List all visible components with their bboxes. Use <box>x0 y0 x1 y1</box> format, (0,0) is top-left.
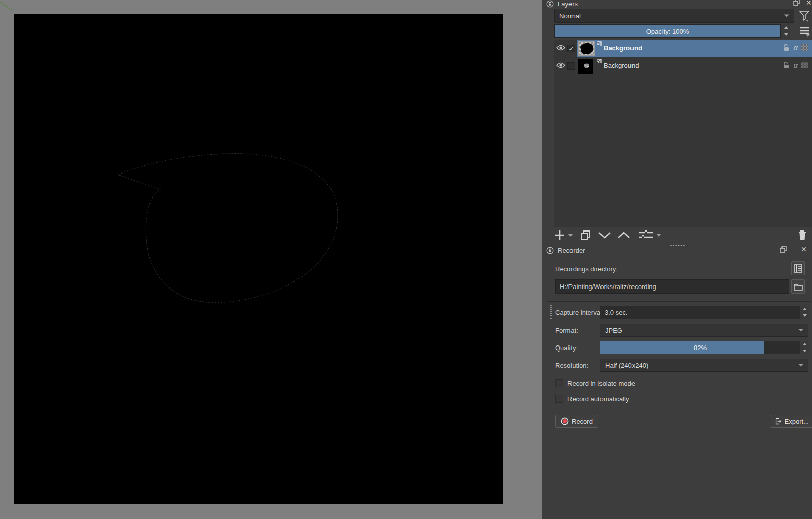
capture-interval-drag-handle[interactable] <box>550 305 552 319</box>
chevron-up-icon <box>617 231 630 239</box>
folder-icon <box>794 283 803 291</box>
quality-slider[interactable]: 82% <box>600 341 800 354</box>
record-button-label: Record <box>572 418 593 425</box>
capture-interval-label: Capture interval: <box>555 309 604 316</box>
lock-open-icon[interactable] <box>783 61 790 69</box>
record-isolate-checkbox-row[interactable]: Record in isolate mode <box>555 379 635 387</box>
recordings-directory-value: H:/Painting/Works/raitz/recording <box>560 283 656 291</box>
layer-list: ✓ Background α <box>554 40 812 227</box>
funnel-icon <box>799 10 810 22</box>
layer-options-button[interactable] <box>798 25 811 38</box>
docker-lock-icon <box>546 247 554 254</box>
chevron-down-icon <box>598 231 611 239</box>
krita-window: { "layers": { "title": "Layers", "blend_… <box>0 0 812 519</box>
browse-folder-button[interactable] <box>791 279 805 294</box>
record-icon <box>561 417 569 425</box>
quality-label: Quality: <box>555 344 578 352</box>
duplicate-icon <box>580 229 591 241</box>
visibility-eye-icon[interactable] <box>556 62 565 69</box>
layer-properties-button[interactable] <box>639 230 654 240</box>
recorder-docker-title: Recorder <box>558 247 585 254</box>
layer-name[interactable]: Background <box>604 44 642 52</box>
record-automatically-label: Record automatically <box>567 395 629 403</box>
layer-thumbnail[interactable] <box>578 59 593 74</box>
quality-spinner[interactable] <box>800 341 809 354</box>
format-dropdown[interactable]: JPEG <box>600 324 808 337</box>
layers-docker-title: Layers <box>558 0 578 8</box>
layer-row-background-1[interactable]: ✓ Background α <box>554 40 812 57</box>
alpha-icon[interactable]: α <box>793 44 798 51</box>
properties-sliders-icon <box>639 230 654 240</box>
blend-mode-dropdown[interactable]: Normal <box>554 9 794 23</box>
resolution-label: Resolution: <box>555 362 588 369</box>
capture-interval-value: 3.0 sec. <box>605 309 628 316</box>
opacity-slider-label: Opacity: 100% <box>555 25 780 37</box>
layers-toolbar <box>554 227 812 243</box>
blend-mode-value: Normal <box>559 12 581 20</box>
lock-open-icon[interactable] <box>783 44 790 51</box>
spin-down-icon[interactable] <box>781 31 790 38</box>
spin-up-icon[interactable] <box>781 24 790 31</box>
recorder-float-icon[interactable] <box>780 246 787 253</box>
layer-style-badge-icon <box>596 58 602 64</box>
layer-style-badge-icon <box>596 41 602 47</box>
divider <box>547 301 811 302</box>
layers-docker-header: Layers <box>546 0 578 7</box>
layer-filter-button[interactable] <box>798 9 811 22</box>
add-layer-menu-arrow[interactable] <box>568 234 573 237</box>
visibility-eye-icon[interactable] <box>556 44 565 51</box>
chevron-down-icon <box>798 364 803 367</box>
docker-panel: Layers ✕ Normal Opacity: 100% <box>542 0 812 519</box>
plus-icon <box>554 229 565 241</box>
recordings-directory-input[interactable]: H:/Painting/Works/raitz/recording <box>555 279 789 294</box>
canvas-document[interactable] <box>14 14 503 504</box>
canvas-area[interactable] <box>0 0 542 519</box>
spin-up-icon[interactable] <box>800 306 809 312</box>
hamburger-icon <box>799 27 809 34</box>
record-button[interactable]: Record <box>555 415 598 428</box>
record-list-icon <box>794 264 802 273</box>
move-layer-up-button[interactable] <box>617 231 630 239</box>
record-automatically-checkbox-row[interactable]: Record automatically <box>555 395 629 403</box>
layers-float-icon[interactable] <box>793 0 800 6</box>
export-icon <box>775 417 782 425</box>
recordings-directory-label: Recordings directory: <box>555 265 618 273</box>
chevron-down-icon <box>798 329 803 332</box>
resolution-dropdown[interactable]: Half (240x240) <box>600 359 808 372</box>
export-button-label: Export... <box>785 418 809 425</box>
add-layer-button[interactable] <box>554 229 565 241</box>
checkbox-unchecked[interactable] <box>555 379 563 387</box>
properties-menu-arrow[interactable] <box>657 234 661 237</box>
capture-interval-spinbox[interactable]: 3.0 sec. <box>600 306 800 319</box>
record-isolate-label: Record in isolate mode <box>567 380 635 387</box>
spin-down-icon[interactable] <box>800 348 809 354</box>
opacity-spinner[interactable] <box>781 24 790 38</box>
layer-checkbox[interactable] <box>567 62 575 70</box>
alpha-icon[interactable]: α <box>793 61 798 69</box>
recordings-list-button[interactable] <box>791 261 805 275</box>
recorder-close-icon[interactable]: ✕ <box>801 245 807 253</box>
checkbox-unchecked[interactable] <box>555 395 563 403</box>
inherit-alpha-icon[interactable] <box>801 44 808 51</box>
docker-splitter-handle[interactable]: •••••• <box>670 243 686 248</box>
capture-interval-spinner[interactable] <box>800 306 809 319</box>
divider <box>547 410 811 410</box>
layer-thumbnail[interactable] <box>578 41 595 56</box>
layers-close-icon[interactable]: ✕ <box>806 0 812 7</box>
layer-checkbox[interactable]: ✓ <box>567 45 575 52</box>
move-layer-down-button[interactable] <box>598 231 611 239</box>
format-label: Format: <box>555 327 578 334</box>
opacity-slider[interactable]: Opacity: 100% <box>554 24 781 38</box>
duplicate-layer-button[interactable] <box>580 229 591 241</box>
layer-name[interactable]: Background <box>604 62 639 69</box>
spin-down-icon[interactable] <box>800 312 809 319</box>
spin-up-icon[interactable] <box>800 341 809 348</box>
export-button[interactable]: Export... <box>770 415 812 428</box>
quality-slider-label: 82% <box>600 341 800 354</box>
chevron-down-icon <box>784 15 789 17</box>
canvas-viewport[interactable] <box>0 0 542 519</box>
format-value: JPEG <box>605 327 622 334</box>
delete-layer-button[interactable] <box>798 229 807 241</box>
layer-row-background-2[interactable]: Background α <box>554 57 812 75</box>
inherit-alpha-icon[interactable] <box>801 62 808 68</box>
